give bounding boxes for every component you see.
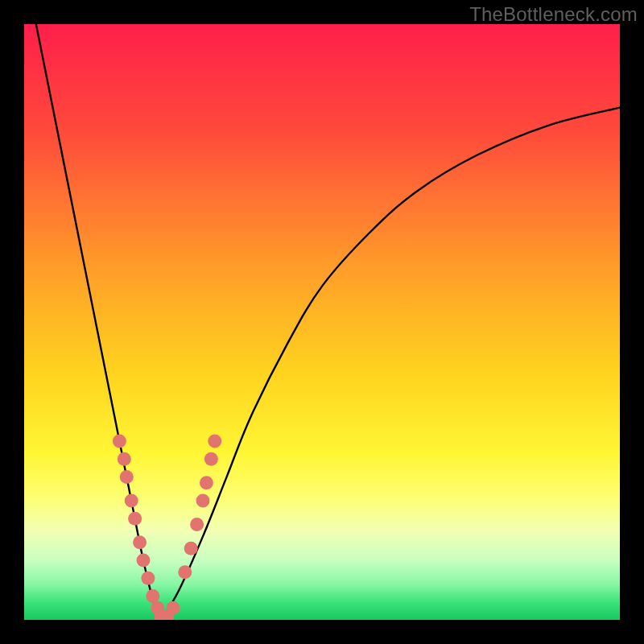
marker-dot — [167, 601, 180, 615]
marker-dot — [196, 494, 210, 508]
marker-dot — [125, 494, 138, 508]
marker-dot — [190, 518, 204, 531]
marker-dot — [146, 589, 159, 603]
marker-dot — [200, 476, 213, 489]
marker-dot — [128, 512, 142, 526]
marker-dot — [113, 435, 126, 448]
marker-dot — [178, 565, 192, 579]
plot-area — [24, 24, 620, 620]
marker-dot — [208, 435, 221, 448]
marker-dot — [141, 572, 155, 585]
watermark-text: TheBottleneck.com — [469, 3, 638, 26]
curve-left-branch — [36, 24, 161, 620]
marker-dot — [184, 542, 198, 555]
curve-layer — [24, 24, 620, 620]
marker-dot — [133, 535, 147, 549]
marker-dot — [120, 470, 134, 484]
marker-dot — [204, 452, 218, 466]
marker-dot — [137, 554, 151, 568]
curve-right-branch — [161, 108, 620, 620]
marker-dot — [118, 452, 131, 466]
outer-frame: TheBottleneck.com — [0, 0, 644, 644]
marker-dots — [113, 435, 221, 621]
